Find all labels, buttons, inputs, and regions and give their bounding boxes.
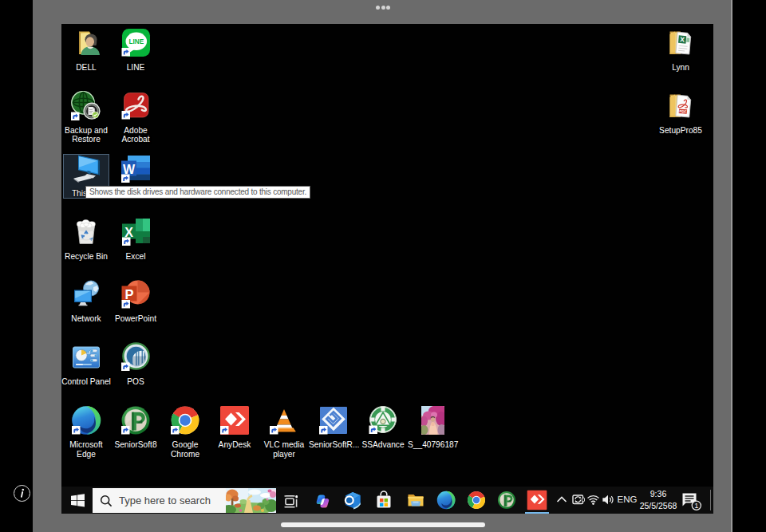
svg-text:X: X — [124, 225, 133, 238]
svg-text:1: 1 — [694, 502, 698, 510]
svg-text:PDF: PDF — [679, 109, 687, 114]
svg-text:LINE: LINE — [128, 38, 144, 45]
svg-text:P: P — [124, 287, 133, 301]
svg-text:W: W — [123, 162, 136, 175]
